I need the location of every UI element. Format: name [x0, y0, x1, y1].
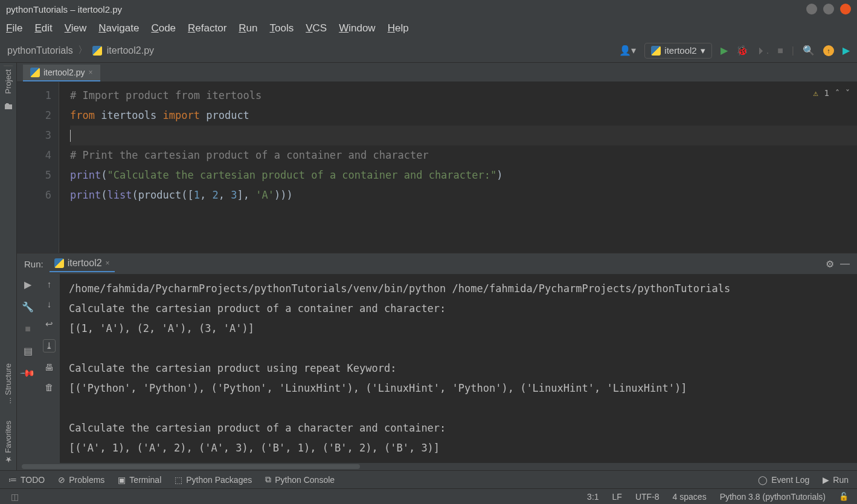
python-interpreter[interactable]: Python 3.8 (pythonTutorials)	[720, 492, 826, 502]
run-configuration-selector[interactable]: itertool2 ▾	[644, 43, 711, 59]
menu-file[interactable]: File	[6, 22, 22, 34]
main-menu-bar: FileEditViewNavigateCodeRefactorRunTools…	[0, 18, 857, 39]
bottom-todo[interactable]: ≔TODO	[8, 475, 45, 485]
bottom-problems[interactable]: ⊘Problems	[58, 475, 104, 485]
ide-scripting-icon[interactable]: ▶	[843, 45, 850, 56]
gear-icon[interactable]: ⚙	[826, 258, 834, 270]
pin-icon[interactable]: 📌	[22, 368, 34, 379]
run-tool-header: Run: itertool2 × ⚙ —	[17, 254, 857, 274]
editor-gutter: 123456	[17, 82, 59, 253]
structure-tool-button[interactable]: ... Structure	[4, 360, 13, 407]
menu-refactor[interactable]: Refactor	[188, 22, 226, 34]
run-config-name: itertool2	[664, 45, 696, 56]
run-tab[interactable]: itertool2 ×	[50, 255, 115, 272]
bottom-tool-stripe: ≔TODO⊘Problems▣Terminal⬚Python Packages⧉…	[0, 470, 857, 488]
coverage-button[interactable]: ⏵.	[757, 45, 769, 56]
code-line[interactable]: print(list(product([1, 2, 3], 'A')))	[70, 185, 857, 205]
close-tab-icon[interactable]: ×	[106, 259, 110, 267]
close-tab-icon[interactable]: ×	[88, 68, 92, 77]
editor-tab-active[interactable]: itertool2.py ×	[23, 65, 100, 81]
console-output[interactable]: /home/fahmida/PycharmProjects/pythonTuto…	[60, 274, 857, 463]
window-title-bar: pythonTutorials – itertool2.py	[0, 0, 857, 18]
warning-count: 1	[824, 88, 829, 98]
run-toolbar-primary: ▶ 🔧 ■ ▤ 📌	[17, 274, 39, 463]
bottom-terminal[interactable]: ▣Terminal	[118, 475, 161, 485]
chevron-up-icon[interactable]: ˄	[835, 88, 839, 98]
trash-icon[interactable]: 🗑	[45, 382, 54, 392]
window-title: pythonTutorials – itertool2.py	[6, 4, 806, 14]
quick-panel-icon[interactable]: ◫	[11, 492, 19, 502]
wrench-icon[interactable]: 🔧	[22, 301, 34, 313]
up-arrow-icon[interactable]: ↑	[47, 279, 52, 289]
code-line[interactable]: # Print the cartesian product of a conta…	[70, 145, 857, 165]
stop-button[interactable]: ■	[25, 324, 31, 334]
python-file-icon	[651, 46, 661, 56]
toolbar-right: 👤▾ itertool2 ▾ ▶ 🐞 ⏵. ■ | 🔍 ↑ ▶	[619, 43, 850, 59]
event-log-button[interactable]: ◯Event Log	[758, 475, 809, 485]
project-tool-button[interactable]: Project	[4, 65, 13, 97]
chevron-down-icon: ▾	[701, 45, 705, 56]
window-maximize-button[interactable]	[823, 4, 834, 14]
folder-icon[interactable]: 🖿	[4, 101, 13, 112]
rerun-button[interactable]: ▶	[24, 279, 31, 290]
window-close-button[interactable]	[840, 4, 851, 14]
editor-tabs: itertool2.py ×	[17, 63, 857, 82]
menu-run[interactable]: Run	[239, 22, 257, 34]
run-tab-label: itertool2	[68, 258, 102, 269]
breadcrumb: pythonTutorials 〉 itertool2.py	[7, 44, 154, 57]
run-tool-window: Run: itertool2 × ⚙ — ▶ 🔧 ■ ▤ 📌	[17, 253, 857, 470]
scroll-to-end-icon[interactable]: ⤓	[43, 339, 56, 352]
search-icon[interactable]: 🔍	[803, 45, 815, 56]
status-bar: ◫ 3:1 LF UTF-8 4 spaces Python 3.8 (pyth…	[0, 488, 857, 504]
window-minimize-button[interactable]	[806, 4, 817, 14]
soft-wrap-icon[interactable]: ↩	[45, 319, 53, 330]
menu-edit[interactable]: Edit	[34, 22, 52, 34]
editor-inspection-widget[interactable]: ⚠ 1 ˄ ˅	[813, 88, 850, 98]
file-encoding[interactable]: UTF-8	[635, 492, 660, 502]
debug-button[interactable]: 🐞	[736, 45, 748, 56]
print-icon[interactable]: 🖶	[45, 362, 54, 372]
down-arrow-icon[interactable]: ↓	[47, 299, 52, 309]
editor-tab-label: itertool2.py	[43, 68, 85, 77]
menu-view[interactable]: View	[65, 22, 87, 34]
warning-icon: ⚠	[813, 88, 818, 98]
menu-code[interactable]: Code	[151, 22, 176, 34]
menu-help[interactable]: Help	[388, 22, 409, 34]
favorites-tool-button[interactable]: ★ Favorites	[4, 417, 13, 468]
menu-tools[interactable]: Tools	[270, 22, 294, 34]
hide-panel-icon[interactable]: —	[840, 258, 850, 269]
code-line[interactable]	[70, 126, 857, 145]
code-editor[interactable]: 123456 # Import product from itertoolsfr…	[17, 82, 857, 253]
run-button[interactable]: ▶	[721, 45, 728, 56]
update-available-icon[interactable]: ↑	[823, 45, 834, 56]
console-scrollbar[interactable]	[17, 463, 857, 470]
stop-button[interactable]: ■	[777, 45, 783, 56]
left-tool-stripe: Project 🖿 ... Structure ★ Favorites	[0, 63, 17, 470]
readonly-lock-icon[interactable]: 🔓	[839, 492, 849, 501]
menu-vcs[interactable]: VCS	[306, 22, 327, 34]
code-line[interactable]: from itertools import product	[70, 106, 857, 126]
bottom-python-packages[interactable]: ⬚Python Packages	[175, 475, 252, 485]
code-line[interactable]: # Import product from itertools	[70, 86, 857, 106]
indent-setting[interactable]: 4 spaces	[673, 492, 707, 502]
layout-icon[interactable]: ▤	[24, 345, 33, 357]
menu-navigate[interactable]: Navigate	[98, 22, 139, 34]
chevron-down-icon[interactable]: ˅	[846, 88, 850, 98]
bottom-run-button[interactable]: ▶Run	[823, 475, 849, 485]
run-header-label: Run:	[24, 259, 43, 269]
menu-window[interactable]: Window	[339, 22, 375, 34]
breadcrumb-separator: 〉	[78, 44, 88, 57]
bottom-python-console[interactable]: ⧉Python Console	[265, 474, 335, 485]
python-file-icon	[30, 68, 40, 77]
navigation-bar: pythonTutorials 〉 itertool2.py 👤▾ iterto…	[0, 39, 857, 63]
python-file-icon	[54, 258, 64, 268]
line-separator[interactable]: LF	[612, 492, 622, 502]
user-icon[interactable]: 👤▾	[619, 45, 636, 56]
caret-position[interactable]: 3:1	[587, 492, 599, 502]
code-line[interactable]: print("Calculate the cartesian product o…	[70, 165, 857, 185]
python-file-icon	[92, 46, 102, 56]
breadcrumb-file[interactable]: itertool2.py	[107, 45, 154, 56]
run-toolbar-secondary: ↑ ↓ ↩ ⤓ 🖶 🗑	[39, 274, 60, 463]
scrollbar-thumb[interactable]	[22, 464, 360, 469]
breadcrumb-project[interactable]: pythonTutorials	[7, 45, 73, 56]
